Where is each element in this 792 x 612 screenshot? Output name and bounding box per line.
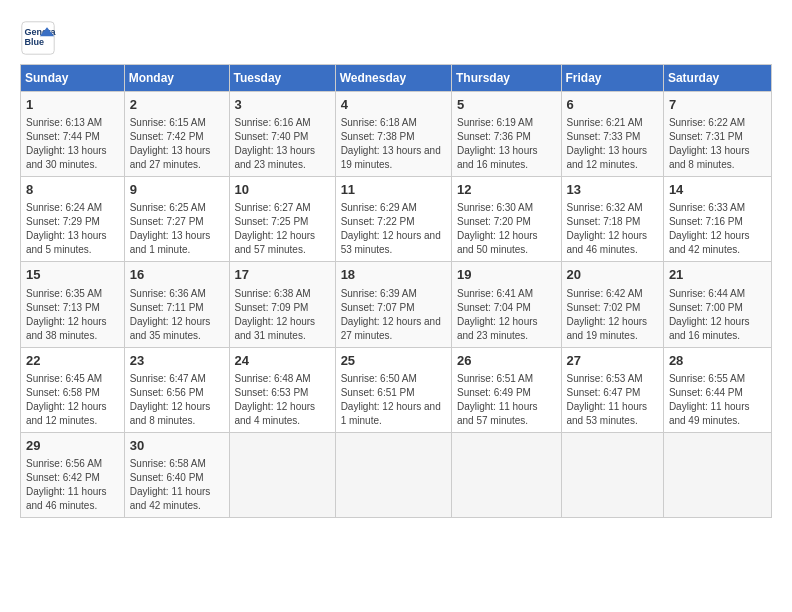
day-info: Sunrise: 6:58 AMSunset: 6:40 PMDaylight:…	[130, 457, 224, 513]
day-cell: 11Sunrise: 6:29 AMSunset: 7:22 PMDayligh…	[335, 177, 451, 262]
day-cell: 1Sunrise: 6:13 AMSunset: 7:44 PMDaylight…	[21, 92, 125, 177]
day-cell: 7Sunrise: 6:22 AMSunset: 7:31 PMDaylight…	[663, 92, 771, 177]
day-number: 30	[130, 437, 224, 455]
day-info: Sunrise: 6:47 AMSunset: 6:56 PMDaylight:…	[130, 372, 224, 428]
day-cell: 14Sunrise: 6:33 AMSunset: 7:16 PMDayligh…	[663, 177, 771, 262]
day-cell: 3Sunrise: 6:16 AMSunset: 7:40 PMDaylight…	[229, 92, 335, 177]
header: General Blue	[20, 20, 772, 56]
day-info: Sunrise: 6:38 AMSunset: 7:09 PMDaylight:…	[235, 287, 330, 343]
column-header-saturday: Saturday	[663, 65, 771, 92]
calendar-table: SundayMondayTuesdayWednesdayThursdayFrid…	[20, 64, 772, 518]
day-info: Sunrise: 6:44 AMSunset: 7:00 PMDaylight:…	[669, 287, 766, 343]
day-info: Sunrise: 6:32 AMSunset: 7:18 PMDaylight:…	[567, 201, 658, 257]
day-cell: 12Sunrise: 6:30 AMSunset: 7:20 PMDayligh…	[451, 177, 561, 262]
column-header-wednesday: Wednesday	[335, 65, 451, 92]
day-number: 15	[26, 266, 119, 284]
day-cell	[451, 432, 561, 517]
day-info: Sunrise: 6:25 AMSunset: 7:27 PMDaylight:…	[130, 201, 224, 257]
day-number: 12	[457, 181, 556, 199]
week-row-5: 29Sunrise: 6:56 AMSunset: 6:42 PMDayligh…	[21, 432, 772, 517]
day-cell: 28Sunrise: 6:55 AMSunset: 6:44 PMDayligh…	[663, 347, 771, 432]
day-info: Sunrise: 6:36 AMSunset: 7:11 PMDaylight:…	[130, 287, 224, 343]
day-number: 9	[130, 181, 224, 199]
day-number: 8	[26, 181, 119, 199]
day-info: Sunrise: 6:15 AMSunset: 7:42 PMDaylight:…	[130, 116, 224, 172]
column-header-tuesday: Tuesday	[229, 65, 335, 92]
day-info: Sunrise: 6:53 AMSunset: 6:47 PMDaylight:…	[567, 372, 658, 428]
day-cell: 17Sunrise: 6:38 AMSunset: 7:09 PMDayligh…	[229, 262, 335, 347]
day-number: 21	[669, 266, 766, 284]
week-row-4: 22Sunrise: 6:45 AMSunset: 6:58 PMDayligh…	[21, 347, 772, 432]
day-cell	[335, 432, 451, 517]
day-number: 23	[130, 352, 224, 370]
day-info: Sunrise: 6:56 AMSunset: 6:42 PMDaylight:…	[26, 457, 119, 513]
day-cell	[663, 432, 771, 517]
day-number: 16	[130, 266, 224, 284]
day-info: Sunrise: 6:45 AMSunset: 6:58 PMDaylight:…	[26, 372, 119, 428]
day-cell: 5Sunrise: 6:19 AMSunset: 7:36 PMDaylight…	[451, 92, 561, 177]
day-number: 14	[669, 181, 766, 199]
day-cell: 24Sunrise: 6:48 AMSunset: 6:53 PMDayligh…	[229, 347, 335, 432]
day-info: Sunrise: 6:27 AMSunset: 7:25 PMDaylight:…	[235, 201, 330, 257]
column-header-friday: Friday	[561, 65, 663, 92]
day-cell: 10Sunrise: 6:27 AMSunset: 7:25 PMDayligh…	[229, 177, 335, 262]
day-info: Sunrise: 6:50 AMSunset: 6:51 PMDaylight:…	[341, 372, 446, 428]
svg-text:Blue: Blue	[25, 37, 45, 47]
day-info: Sunrise: 6:19 AMSunset: 7:36 PMDaylight:…	[457, 116, 556, 172]
day-info: Sunrise: 6:13 AMSunset: 7:44 PMDaylight:…	[26, 116, 119, 172]
day-cell: 23Sunrise: 6:47 AMSunset: 6:56 PMDayligh…	[124, 347, 229, 432]
day-cell: 25Sunrise: 6:50 AMSunset: 6:51 PMDayligh…	[335, 347, 451, 432]
day-number: 27	[567, 352, 658, 370]
day-info: Sunrise: 6:48 AMSunset: 6:53 PMDaylight:…	[235, 372, 330, 428]
day-info: Sunrise: 6:42 AMSunset: 7:02 PMDaylight:…	[567, 287, 658, 343]
day-cell: 9Sunrise: 6:25 AMSunset: 7:27 PMDaylight…	[124, 177, 229, 262]
day-info: Sunrise: 6:18 AMSunset: 7:38 PMDaylight:…	[341, 116, 446, 172]
day-number: 17	[235, 266, 330, 284]
week-row-3: 15Sunrise: 6:35 AMSunset: 7:13 PMDayligh…	[21, 262, 772, 347]
day-number: 22	[26, 352, 119, 370]
day-info: Sunrise: 6:22 AMSunset: 7:31 PMDaylight:…	[669, 116, 766, 172]
day-number: 24	[235, 352, 330, 370]
day-number: 29	[26, 437, 119, 455]
day-info: Sunrise: 6:29 AMSunset: 7:22 PMDaylight:…	[341, 201, 446, 257]
day-number: 10	[235, 181, 330, 199]
day-cell: 6Sunrise: 6:21 AMSunset: 7:33 PMDaylight…	[561, 92, 663, 177]
day-number: 19	[457, 266, 556, 284]
day-number: 26	[457, 352, 556, 370]
day-info: Sunrise: 6:55 AMSunset: 6:44 PMDaylight:…	[669, 372, 766, 428]
logo-icon: General Blue	[20, 20, 56, 56]
day-info: Sunrise: 6:24 AMSunset: 7:29 PMDaylight:…	[26, 201, 119, 257]
day-number: 11	[341, 181, 446, 199]
day-cell: 18Sunrise: 6:39 AMSunset: 7:07 PMDayligh…	[335, 262, 451, 347]
day-cell	[229, 432, 335, 517]
day-cell: 27Sunrise: 6:53 AMSunset: 6:47 PMDayligh…	[561, 347, 663, 432]
day-cell: 16Sunrise: 6:36 AMSunset: 7:11 PMDayligh…	[124, 262, 229, 347]
day-number: 18	[341, 266, 446, 284]
day-number: 28	[669, 352, 766, 370]
day-info: Sunrise: 6:35 AMSunset: 7:13 PMDaylight:…	[26, 287, 119, 343]
day-info: Sunrise: 6:33 AMSunset: 7:16 PMDaylight:…	[669, 201, 766, 257]
week-row-1: 1Sunrise: 6:13 AMSunset: 7:44 PMDaylight…	[21, 92, 772, 177]
day-number: 1	[26, 96, 119, 114]
column-header-sunday: Sunday	[21, 65, 125, 92]
day-info: Sunrise: 6:41 AMSunset: 7:04 PMDaylight:…	[457, 287, 556, 343]
week-row-2: 8Sunrise: 6:24 AMSunset: 7:29 PMDaylight…	[21, 177, 772, 262]
day-number: 6	[567, 96, 658, 114]
day-number: 25	[341, 352, 446, 370]
day-cell: 22Sunrise: 6:45 AMSunset: 6:58 PMDayligh…	[21, 347, 125, 432]
day-info: Sunrise: 6:39 AMSunset: 7:07 PMDaylight:…	[341, 287, 446, 343]
day-cell: 8Sunrise: 6:24 AMSunset: 7:29 PMDaylight…	[21, 177, 125, 262]
day-number: 3	[235, 96, 330, 114]
logo: General Blue	[20, 20, 62, 56]
day-cell	[561, 432, 663, 517]
day-number: 2	[130, 96, 224, 114]
day-cell: 26Sunrise: 6:51 AMSunset: 6:49 PMDayligh…	[451, 347, 561, 432]
day-cell: 20Sunrise: 6:42 AMSunset: 7:02 PMDayligh…	[561, 262, 663, 347]
column-header-monday: Monday	[124, 65, 229, 92]
day-cell: 13Sunrise: 6:32 AMSunset: 7:18 PMDayligh…	[561, 177, 663, 262]
day-cell: 19Sunrise: 6:41 AMSunset: 7:04 PMDayligh…	[451, 262, 561, 347]
day-cell: 30Sunrise: 6:58 AMSunset: 6:40 PMDayligh…	[124, 432, 229, 517]
day-cell: 29Sunrise: 6:56 AMSunset: 6:42 PMDayligh…	[21, 432, 125, 517]
column-header-thursday: Thursday	[451, 65, 561, 92]
day-info: Sunrise: 6:16 AMSunset: 7:40 PMDaylight:…	[235, 116, 330, 172]
